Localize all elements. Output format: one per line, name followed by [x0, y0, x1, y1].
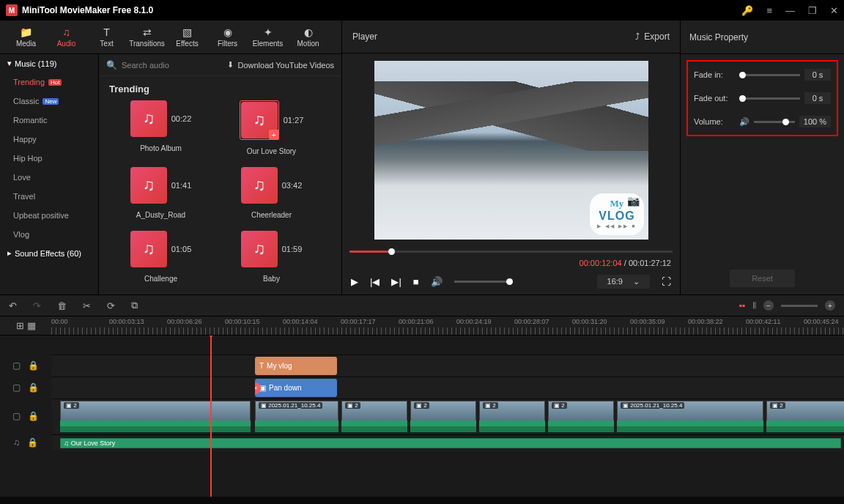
track-options-button[interactable]: ▦	[27, 320, 36, 331]
music-category-header[interactable]: ▾Music (119)	[0, 54, 98, 73]
prev-button[interactable]: |◀	[370, 276, 380, 287]
speed-button[interactable]: ⟳	[107, 300, 115, 311]
chevron-down-icon: ⌄	[633, 277, 640, 286]
category-travel[interactable]: Travel	[0, 187, 98, 206]
close-icon[interactable]: ✕	[830, 5, 838, 16]
video-clip[interactable]: ▣ 2	[766, 401, 844, 421]
minimize-icon[interactable]: —	[785, 5, 795, 16]
timeline-ruler[interactable]: 00:0000:00:03:1300:00:06:2600:00:10:1500…	[51, 316, 844, 335]
playhead[interactable]	[210, 336, 212, 497]
split-button[interactable]: ✂	[83, 300, 91, 311]
video-clip[interactable]: ▣ 2025.01.21_10.25.4	[255, 401, 338, 421]
export-icon: ⤴	[635, 32, 640, 42]
fullscreen-button[interactable]: ⛶	[662, 276, 671, 287]
text-clip[interactable]: TMy vlog	[255, 357, 337, 375]
timeline-scrollbar[interactable]	[0, 497, 844, 504]
fade-out-slider[interactable]	[739, 97, 800, 100]
category-trending[interactable]: TrendingHot	[0, 73, 98, 92]
sound-effects-header[interactable]: ▸Sound Effects (60)	[0, 244, 98, 262]
video-clip[interactable]: ▣ 2	[341, 401, 407, 421]
current-time: 00:00:12:04	[580, 259, 622, 267]
motion-track[interactable]: ✂ ▣Pan down	[51, 377, 844, 399]
tab-filters[interactable]: ◉Filters	[207, 23, 248, 51]
add-icon[interactable]: +	[269, 130, 279, 140]
lock-icon[interactable]: 🔒	[28, 360, 39, 371]
zoom-out-button[interactable]: −	[763, 300, 774, 311]
category-happy[interactable]: Happy	[0, 130, 98, 149]
volume-slider[interactable]	[454, 281, 513, 283]
lock-icon[interactable]: 🔒	[28, 411, 39, 421]
maximize-icon[interactable]: ❐	[808, 5, 817, 16]
tab-transitions[interactable]: ⇄Transitions	[127, 23, 167, 51]
delete-button[interactable]: 🗑	[57, 300, 67, 311]
audio-clip-our-love-story[interactable]: ♫+01:27Our Love Story	[218, 100, 325, 163]
add-track-button[interactable]: ⊞	[16, 320, 24, 331]
video-clip[interactable]: ▣ 2025.01.21_10.25.4	[617, 401, 763, 421]
export-button[interactable]: ⤴ Export	[635, 32, 670, 42]
video-track[interactable]: ▣ 2▣ 2025.01.21_10.25.4▣ 2▣ 2▣ 2▣ 2▣ 202…	[51, 399, 844, 434]
volume-icon[interactable]: 🔊	[431, 276, 443, 287]
reset-button[interactable]: Reset	[730, 270, 795, 287]
clip-duration: 01:41	[171, 181, 192, 190]
volume-value[interactable]: 100 %	[799, 116, 831, 127]
category-hip-hop[interactable]: Hip Hop	[0, 149, 98, 168]
category-upbeat-positive[interactable]: Upbeat positive	[0, 206, 98, 225]
key-icon[interactable]: 🔑	[741, 5, 753, 16]
audio-toggle[interactable]: ⦀	[752, 300, 756, 311]
video-clip[interactable]: ▣ 2	[479, 401, 545, 421]
audio-clip-a-dusty-road[interactable]: ♫01:41A_Dusty_Road	[108, 167, 214, 226]
search-input[interactable]: 🔍 Search audio	[106, 60, 169, 70]
section-title: Trending	[99, 76, 341, 96]
audio-clip-photo-album[interactable]: ♫00:22Photo Album	[108, 100, 214, 163]
clip-name: Challenge	[144, 275, 177, 283]
speaker-icon[interactable]: 🔊	[739, 117, 749, 127]
tab-elements[interactable]: ✦Elements	[248, 23, 288, 51]
audio-clip-baby[interactable]: ♫01:59Baby	[218, 231, 325, 290]
category-romantic[interactable]: Romantic	[0, 111, 98, 130]
redo-button[interactable]: ↷	[33, 300, 41, 311]
motion-clip[interactable]: ✂ ▣Pan down	[255, 379, 337, 397]
category-vlog[interactable]: Vlog	[0, 225, 98, 244]
audio-track[interactable]: ♫Our Love Story	[51, 434, 844, 451]
menu-icon[interactable]: ≡	[766, 5, 772, 16]
ruler-mark: 00:00:38:22	[688, 318, 723, 325]
tab-effects[interactable]: ▧Effects	[167, 23, 207, 51]
clip-duration: 01:05	[171, 245, 192, 253]
download-youtube-link[interactable]: ⬇ Download YouTube Videos	[227, 60, 335, 70]
fade-in-slider[interactable]	[739, 74, 800, 76]
ruler-mark: 00:00:35:09	[630, 318, 665, 325]
video-clip[interactable]: ▣ 2	[410, 401, 476, 421]
stop-button[interactable]: ■	[413, 276, 419, 287]
category-classic[interactable]: ClassicNew	[0, 92, 98, 111]
tab-media[interactable]: 📁Media	[6, 23, 46, 51]
video-clip[interactable]: ▣ 2	[60, 401, 251, 421]
audio-clip-challenge[interactable]: ♫01:05Challenge	[108, 231, 214, 290]
fade-out-value[interactable]: 0 s	[804, 92, 831, 104]
snap-icon[interactable]: ▪▪	[738, 300, 745, 311]
tab-motion[interactable]: ◐Motion	[288, 23, 328, 51]
lock-icon[interactable]: 🔒	[27, 437, 38, 448]
category-love[interactable]: Love	[0, 168, 98, 187]
zoom-in-button[interactable]: +	[825, 300, 835, 311]
video-clip[interactable]: ▣ 2	[548, 401, 614, 421]
zoom-slider[interactable]	[781, 305, 818, 307]
camera-icon: 📷	[627, 195, 640, 207]
clip-duration: 03:42	[282, 181, 303, 190]
audio-icon: ♫	[62, 26, 70, 38]
aspect-ratio-select[interactable]: 16:9⌄	[597, 275, 650, 289]
video-preview: 📷 My VLOG ▶ ◀◀ ▶▶ ■	[342, 53, 680, 247]
tab-audio[interactable]: ♫Audio	[46, 23, 86, 51]
next-button[interactable]: ▶|	[391, 276, 401, 287]
audio-clip[interactable]: ♫Our Love Story	[60, 438, 841, 448]
crop-button[interactable]: ⧉	[131, 300, 138, 311]
play-button[interactable]: ▶	[351, 276, 358, 287]
scrubber[interactable]	[342, 247, 680, 257]
undo-button[interactable]: ↶	[9, 300, 17, 311]
clip-tag: ▣ 2	[483, 402, 498, 409]
fade-in-value[interactable]: 0 s	[804, 69, 831, 81]
audio-clip-cheerleader[interactable]: ♫03:42Cheerleader	[218, 167, 325, 226]
text-track[interactable]: TMy vlog	[51, 355, 844, 377]
lock-icon[interactable]: 🔒	[28, 382, 39, 393]
tab-text[interactable]: TText	[86, 23, 127, 51]
volume-prop-slider[interactable]	[754, 121, 795, 123]
